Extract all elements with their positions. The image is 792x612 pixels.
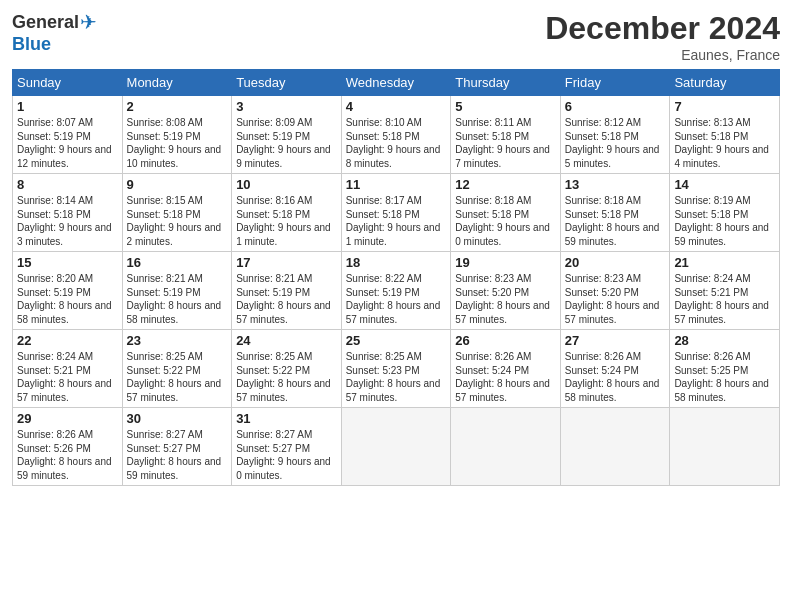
day-number: 22 xyxy=(17,333,118,348)
day-number: 18 xyxy=(346,255,447,270)
day-number: 6 xyxy=(565,99,666,114)
table-cell: 12 Sunrise: 8:18 AMSunset: 5:18 PMDaylig… xyxy=(451,174,561,252)
day-info: Sunrise: 8:18 AMSunset: 5:18 PMDaylight:… xyxy=(455,194,556,248)
header-wednesday: Wednesday xyxy=(341,70,451,96)
day-info: Sunrise: 8:26 AMSunset: 5:24 PMDaylight:… xyxy=(565,350,666,404)
day-number: 14 xyxy=(674,177,775,192)
day-info: Sunrise: 8:14 AMSunset: 5:18 PMDaylight:… xyxy=(17,194,118,248)
table-cell: 26 Sunrise: 8:26 AMSunset: 5:24 PMDaylig… xyxy=(451,330,561,408)
day-number: 31 xyxy=(236,411,337,426)
day-number: 13 xyxy=(565,177,666,192)
day-number: 1 xyxy=(17,99,118,114)
table-cell xyxy=(341,408,451,486)
table-cell: 18 Sunrise: 8:22 AMSunset: 5:19 PMDaylig… xyxy=(341,252,451,330)
day-number: 27 xyxy=(565,333,666,348)
location: Eaunes, France xyxy=(545,47,780,63)
table-cell xyxy=(560,408,670,486)
day-info: Sunrise: 8:12 AMSunset: 5:18 PMDaylight:… xyxy=(565,116,666,170)
day-info: Sunrise: 8:25 AMSunset: 5:22 PMDaylight:… xyxy=(236,350,337,404)
table-cell: 22 Sunrise: 8:24 AMSunset: 5:21 PMDaylig… xyxy=(13,330,123,408)
table-cell: 25 Sunrise: 8:25 AMSunset: 5:23 PMDaylig… xyxy=(341,330,451,408)
table-cell: 1 Sunrise: 8:07 AMSunset: 5:19 PMDayligh… xyxy=(13,96,123,174)
day-info: Sunrise: 8:25 AMSunset: 5:23 PMDaylight:… xyxy=(346,350,447,404)
day-number: 15 xyxy=(17,255,118,270)
day-info: Sunrise: 8:23 AMSunset: 5:20 PMDaylight:… xyxy=(565,272,666,326)
day-info: Sunrise: 8:26 AMSunset: 5:24 PMDaylight:… xyxy=(455,350,556,404)
table-cell: 7 Sunrise: 8:13 AMSunset: 5:18 PMDayligh… xyxy=(670,96,780,174)
calendar: Sunday Monday Tuesday Wednesday Thursday… xyxy=(12,69,780,486)
day-number: 12 xyxy=(455,177,556,192)
day-number: 25 xyxy=(346,333,447,348)
table-cell: 17 Sunrise: 8:21 AMSunset: 5:19 PMDaylig… xyxy=(232,252,342,330)
table-cell: 3 Sunrise: 8:09 AMSunset: 5:19 PMDayligh… xyxy=(232,96,342,174)
header-friday: Friday xyxy=(560,70,670,96)
table-cell: 2 Sunrise: 8:08 AMSunset: 5:19 PMDayligh… xyxy=(122,96,232,174)
day-info: Sunrise: 8:07 AMSunset: 5:19 PMDaylight:… xyxy=(17,116,118,170)
day-number: 29 xyxy=(17,411,118,426)
header-saturday: Saturday xyxy=(670,70,780,96)
logo-icon: ✈ xyxy=(80,10,97,34)
day-number: 24 xyxy=(236,333,337,348)
table-cell: 30 Sunrise: 8:27 AMSunset: 5:27 PMDaylig… xyxy=(122,408,232,486)
table-cell: 5 Sunrise: 8:11 AMSunset: 5:18 PMDayligh… xyxy=(451,96,561,174)
day-number: 4 xyxy=(346,99,447,114)
day-info: Sunrise: 8:17 AMSunset: 5:18 PMDaylight:… xyxy=(346,194,447,248)
table-cell: 11 Sunrise: 8:17 AMSunset: 5:18 PMDaylig… xyxy=(341,174,451,252)
header-thursday: Thursday xyxy=(451,70,561,96)
table-cell: 4 Sunrise: 8:10 AMSunset: 5:18 PMDayligh… xyxy=(341,96,451,174)
day-info: Sunrise: 8:15 AMSunset: 5:18 PMDaylight:… xyxy=(127,194,228,248)
logo: General ✈ Blue xyxy=(12,10,98,55)
day-info: Sunrise: 8:18 AMSunset: 5:18 PMDaylight:… xyxy=(565,194,666,248)
table-row: 29 Sunrise: 8:26 AMSunset: 5:26 PMDaylig… xyxy=(13,408,780,486)
day-number: 21 xyxy=(674,255,775,270)
logo-blue: Blue xyxy=(12,34,51,55)
table-cell: 10 Sunrise: 8:16 AMSunset: 5:18 PMDaylig… xyxy=(232,174,342,252)
day-number: 2 xyxy=(127,99,228,114)
day-info: Sunrise: 8:27 AMSunset: 5:27 PMDaylight:… xyxy=(127,428,228,482)
day-number: 30 xyxy=(127,411,228,426)
day-info: Sunrise: 8:11 AMSunset: 5:18 PMDaylight:… xyxy=(455,116,556,170)
table-cell: 21 Sunrise: 8:24 AMSunset: 5:21 PMDaylig… xyxy=(670,252,780,330)
day-info: Sunrise: 8:24 AMSunset: 5:21 PMDaylight:… xyxy=(674,272,775,326)
day-number: 11 xyxy=(346,177,447,192)
table-cell: 28 Sunrise: 8:26 AMSunset: 5:25 PMDaylig… xyxy=(670,330,780,408)
day-info: Sunrise: 8:10 AMSunset: 5:18 PMDaylight:… xyxy=(346,116,447,170)
table-cell xyxy=(670,408,780,486)
day-number: 28 xyxy=(674,333,775,348)
day-number: 10 xyxy=(236,177,337,192)
day-info: Sunrise: 8:09 AMSunset: 5:19 PMDaylight:… xyxy=(236,116,337,170)
table-cell: 13 Sunrise: 8:18 AMSunset: 5:18 PMDaylig… xyxy=(560,174,670,252)
day-number: 8 xyxy=(17,177,118,192)
table-row: 22 Sunrise: 8:24 AMSunset: 5:21 PMDaylig… xyxy=(13,330,780,408)
day-info: Sunrise: 8:27 AMSunset: 5:27 PMDaylight:… xyxy=(236,428,337,482)
day-info: Sunrise: 8:24 AMSunset: 5:21 PMDaylight:… xyxy=(17,350,118,404)
day-info: Sunrise: 8:19 AMSunset: 5:18 PMDaylight:… xyxy=(674,194,775,248)
day-info: Sunrise: 8:23 AMSunset: 5:20 PMDaylight:… xyxy=(455,272,556,326)
table-cell: 27 Sunrise: 8:26 AMSunset: 5:24 PMDaylig… xyxy=(560,330,670,408)
table-cell: 19 Sunrise: 8:23 AMSunset: 5:20 PMDaylig… xyxy=(451,252,561,330)
month-title: December 2024 xyxy=(545,10,780,47)
table-cell: 31 Sunrise: 8:27 AMSunset: 5:27 PMDaylig… xyxy=(232,408,342,486)
day-number: 9 xyxy=(127,177,228,192)
day-info: Sunrise: 8:13 AMSunset: 5:18 PMDaylight:… xyxy=(674,116,775,170)
table-cell: 16 Sunrise: 8:21 AMSunset: 5:19 PMDaylig… xyxy=(122,252,232,330)
table-cell: 15 Sunrise: 8:20 AMSunset: 5:19 PMDaylig… xyxy=(13,252,123,330)
table-cell: 23 Sunrise: 8:25 AMSunset: 5:22 PMDaylig… xyxy=(122,330,232,408)
title-block: December 2024 Eaunes, France xyxy=(545,10,780,63)
header-monday: Monday xyxy=(122,70,232,96)
day-number: 26 xyxy=(455,333,556,348)
table-row: 1 Sunrise: 8:07 AMSunset: 5:19 PMDayligh… xyxy=(13,96,780,174)
day-info: Sunrise: 8:26 AMSunset: 5:25 PMDaylight:… xyxy=(674,350,775,404)
day-number: 17 xyxy=(236,255,337,270)
table-cell: 24 Sunrise: 8:25 AMSunset: 5:22 PMDaylig… xyxy=(232,330,342,408)
day-info: Sunrise: 8:25 AMSunset: 5:22 PMDaylight:… xyxy=(127,350,228,404)
table-cell: 29 Sunrise: 8:26 AMSunset: 5:26 PMDaylig… xyxy=(13,408,123,486)
day-info: Sunrise: 8:21 AMSunset: 5:19 PMDaylight:… xyxy=(236,272,337,326)
day-info: Sunrise: 8:20 AMSunset: 5:19 PMDaylight:… xyxy=(17,272,118,326)
day-number: 7 xyxy=(674,99,775,114)
table-cell: 20 Sunrise: 8:23 AMSunset: 5:20 PMDaylig… xyxy=(560,252,670,330)
calendar-body: 1 Sunrise: 8:07 AMSunset: 5:19 PMDayligh… xyxy=(13,96,780,486)
day-number: 16 xyxy=(127,255,228,270)
table-cell: 14 Sunrise: 8:19 AMSunset: 5:18 PMDaylig… xyxy=(670,174,780,252)
day-number: 3 xyxy=(236,99,337,114)
